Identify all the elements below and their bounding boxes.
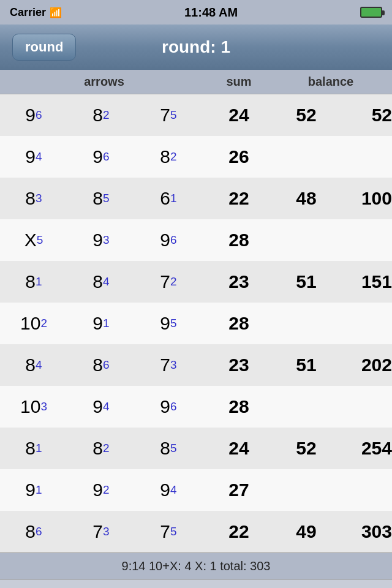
carrier-text: Carrier 📶 xyxy=(10,6,62,19)
stats-text: 9:14 10+X: 4 X: 1 total: 303 xyxy=(122,559,271,573)
arrow-cell-8-0: 81 xyxy=(0,438,67,459)
arrow-cell-9-0: 91 xyxy=(0,480,67,500)
arrow-sub: 5 xyxy=(37,233,43,247)
battery-icon xyxy=(360,7,382,18)
arrow-sub: 6 xyxy=(103,150,110,164)
arrow-cell-0-1: 82 xyxy=(67,105,135,126)
arrow-sub: 2 xyxy=(170,275,177,288)
arrow-main: 7 xyxy=(160,105,170,126)
arrow-cell-10-2: 75 xyxy=(135,521,202,542)
end-sum: 51 xyxy=(276,271,337,292)
row-sum: 22 xyxy=(202,188,276,209)
arrow-cell-7-1: 94 xyxy=(67,396,135,417)
arrow-sub: 4 xyxy=(103,275,110,288)
balance-cell: 303 xyxy=(337,521,392,542)
table-row: 8385612248100 xyxy=(0,178,392,219)
arrow-sub: 2 xyxy=(40,317,47,330)
arrow-sub: 6 xyxy=(36,525,42,538)
table-row: X5939628 xyxy=(0,219,392,261)
arrow-cell-6-2: 73 xyxy=(135,355,202,375)
arrow-cell-7-0: 103 xyxy=(0,396,67,417)
table-row: 968275245252 xyxy=(0,94,392,136)
arrow-sub: 4 xyxy=(36,358,42,372)
arrow-main: 9 xyxy=(160,396,170,417)
wifi-icon: 📶 xyxy=(50,7,62,18)
arrow-sub: 6 xyxy=(170,400,177,413)
status-bar: Carrier 📶 11:48 AM xyxy=(0,0,392,24)
arrow-cell-2-1: 85 xyxy=(67,188,135,209)
arrow-cell-8-2: 85 xyxy=(135,438,202,459)
row-sum: 23 xyxy=(202,271,276,292)
arrow-sub: 2 xyxy=(170,150,177,164)
arrow-cell-1-0: 94 xyxy=(0,146,67,167)
table-row: 8184722351151 xyxy=(0,261,392,303)
table-row: 103949628 xyxy=(0,386,392,428)
arrow-sub: 6 xyxy=(36,108,42,122)
arrow-cell-5-2: 95 xyxy=(135,313,202,334)
arrow-main: 8 xyxy=(92,188,103,209)
arrow-cell-10-1: 73 xyxy=(67,521,135,542)
arrow-sub: 1 xyxy=(170,192,177,205)
time-display: 11:48 AM xyxy=(184,6,238,20)
arrow-main: X xyxy=(24,230,37,251)
arrow-cell-4-0: 81 xyxy=(0,271,67,292)
arrow-main: 9 xyxy=(92,146,103,167)
arrow-main: 9 xyxy=(92,230,103,251)
arrow-main: 7 xyxy=(160,521,170,542)
arrow-sub: 5 xyxy=(103,192,110,205)
balance-cell: 100 xyxy=(337,188,392,209)
arrow-sub: 1 xyxy=(36,442,42,455)
arrow-main: 7 xyxy=(160,271,170,292)
round-button[interactable]: round xyxy=(12,34,76,61)
arrow-main: 8 xyxy=(25,355,36,375)
col-header-balance: balance xyxy=(276,75,386,89)
end-sum: 51 xyxy=(276,355,337,375)
col-header-arrows: arrows xyxy=(6,75,202,89)
arrow-cell-8-1: 82 xyxy=(67,438,135,459)
table-row: 8182852452254 xyxy=(0,428,392,469)
arrow-main: 8 xyxy=(92,271,103,292)
arrow-cell-0-0: 96 xyxy=(0,105,67,126)
arrow-cell-3-0: X5 xyxy=(0,230,67,251)
arrow-main: 9 xyxy=(92,480,103,500)
arrow-main: 8 xyxy=(92,438,103,459)
row-sum: 22 xyxy=(202,521,276,542)
arrow-cell-4-2: 72 xyxy=(135,271,202,292)
balance-cell: 151 xyxy=(337,271,392,292)
arrow-sub: 5 xyxy=(170,442,177,455)
arrow-main: 8 xyxy=(25,438,36,459)
arrow-main: 9 xyxy=(160,480,170,500)
table-row: 8673752249303 xyxy=(0,511,392,552)
score-table: 968275245252949682268385612248100X593962… xyxy=(0,94,392,552)
row-sum: 28 xyxy=(202,396,276,417)
arrow-main: 8 xyxy=(92,105,103,126)
table-row: 94968226 xyxy=(0,136,392,178)
row-sum: 26 xyxy=(202,146,276,167)
arrow-main: 8 xyxy=(160,438,170,459)
col-header-sum: sum xyxy=(202,75,276,89)
row-sum: 24 xyxy=(202,438,276,459)
arrow-sub: 5 xyxy=(170,525,177,538)
arrow-cell-4-1: 84 xyxy=(67,271,135,292)
arrow-cell-2-0: 83 xyxy=(0,188,67,209)
arrow-cell-3-2: 96 xyxy=(135,230,202,251)
arrow-sub: 3 xyxy=(103,233,110,247)
arrow-sub: 4 xyxy=(36,150,42,164)
carrier-label: Carrier xyxy=(10,6,46,19)
table-row: 91929427 xyxy=(0,469,392,511)
arrow-main: 9 xyxy=(25,105,36,126)
arrow-main: 9 xyxy=(92,396,103,417)
arrow-cell-9-2: 94 xyxy=(135,480,202,500)
row-sum: 27 xyxy=(202,480,276,500)
arrow-cell-1-2: 82 xyxy=(135,146,202,167)
arrow-sub: 2 xyxy=(103,483,110,497)
balance-cell: 254 xyxy=(337,438,392,459)
arrow-sub: 6 xyxy=(170,233,177,247)
arrow-main: 9 xyxy=(25,146,36,167)
arrow-main: 8 xyxy=(160,146,170,167)
arrow-sub: 1 xyxy=(36,275,42,288)
arrow-sub: 3 xyxy=(36,192,42,205)
end-sum: 52 xyxy=(276,438,337,459)
round-title: round: 1 xyxy=(162,37,230,57)
arrow-main: 8 xyxy=(25,188,36,209)
